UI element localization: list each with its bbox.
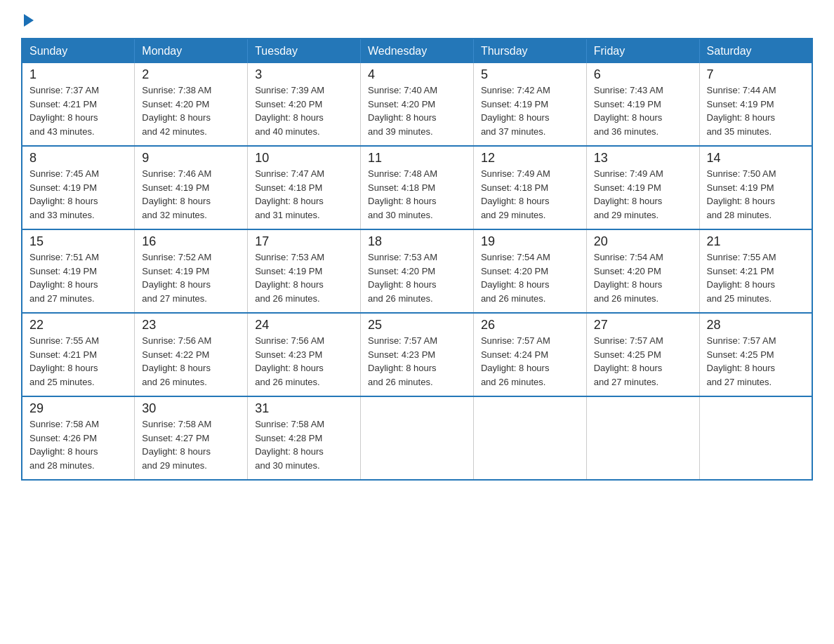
- day-info: Sunrise: 7:57 AMSunset: 4:24 PMDaylight:…: [481, 334, 579, 389]
- calendar-cell: 18 Sunrise: 7:53 AMSunset: 4:20 PMDaylig…: [361, 229, 474, 313]
- day-info: Sunrise: 7:58 AMSunset: 4:27 PMDaylight:…: [142, 417, 240, 472]
- col-header-sunday: Sunday: [22, 39, 135, 63]
- col-header-tuesday: Tuesday: [248, 39, 361, 63]
- calendar-cell: [361, 396, 474, 480]
- day-info: Sunrise: 7:56 AMSunset: 4:23 PMDaylight:…: [255, 334, 353, 389]
- calendar-cell: [473, 396, 586, 480]
- day-number: 3: [255, 67, 353, 82]
- calendar-week-row: 8 Sunrise: 7:45 AMSunset: 4:19 PMDayligh…: [22, 146, 812, 229]
- day-number: 28: [707, 318, 805, 333]
- calendar-cell: 10 Sunrise: 7:47 AMSunset: 4:18 PMDaylig…: [248, 146, 361, 229]
- calendar-week-row: 22 Sunrise: 7:55 AMSunset: 4:21 PMDaylig…: [22, 313, 812, 396]
- day-number: 24: [255, 318, 353, 333]
- day-number: 21: [707, 234, 805, 249]
- day-info: Sunrise: 7:57 AMSunset: 4:25 PMDaylight:…: [707, 334, 805, 389]
- day-number: 26: [481, 318, 579, 333]
- calendar-week-row: 1 Sunrise: 7:37 AMSunset: 4:21 PMDayligh…: [22, 63, 812, 146]
- calendar-week-row: 29 Sunrise: 7:58 AMSunset: 4:26 PMDaylig…: [22, 396, 812, 480]
- day-number: 2: [142, 67, 240, 82]
- calendar-table: SundayMondayTuesdayWednesdayThursdayFrid…: [21, 38, 813, 481]
- day-info: Sunrise: 7:49 AMSunset: 4:19 PMDaylight:…: [594, 167, 692, 222]
- day-info: Sunrise: 7:56 AMSunset: 4:22 PMDaylight:…: [142, 334, 240, 389]
- calendar-cell: 30 Sunrise: 7:58 AMSunset: 4:27 PMDaylig…: [135, 396, 248, 480]
- day-number: 19: [481, 234, 579, 249]
- day-info: Sunrise: 7:52 AMSunset: 4:19 PMDaylight:…: [142, 250, 240, 305]
- calendar-cell: 16 Sunrise: 7:52 AMSunset: 4:19 PMDaylig…: [135, 229, 248, 313]
- calendar-cell: 26 Sunrise: 7:57 AMSunset: 4:24 PMDaylig…: [473, 313, 586, 396]
- calendar-cell: 12 Sunrise: 7:49 AMSunset: 4:18 PMDaylig…: [473, 146, 586, 229]
- day-number: 4: [368, 67, 466, 82]
- calendar-cell: [586, 396, 699, 480]
- calendar-cell: 24 Sunrise: 7:56 AMSunset: 4:23 PMDaylig…: [248, 313, 361, 396]
- day-info: Sunrise: 7:44 AMSunset: 4:19 PMDaylight:…: [707, 83, 805, 138]
- day-info: Sunrise: 7:54 AMSunset: 4:20 PMDaylight:…: [481, 250, 579, 305]
- day-info: Sunrise: 7:37 AMSunset: 4:21 PMDaylight:…: [29, 83, 127, 138]
- calendar-cell: 27 Sunrise: 7:57 AMSunset: 4:25 PMDaylig…: [586, 313, 699, 396]
- day-info: Sunrise: 7:48 AMSunset: 4:18 PMDaylight:…: [368, 167, 466, 222]
- page-header: [21, 14, 813, 27]
- day-number: 8: [29, 151, 127, 166]
- calendar-cell: 17 Sunrise: 7:53 AMSunset: 4:19 PMDaylig…: [248, 229, 361, 313]
- day-number: 5: [481, 67, 579, 82]
- col-header-friday: Friday: [586, 39, 699, 63]
- logo-line1: [21, 14, 34, 27]
- day-info: Sunrise: 7:57 AMSunset: 4:23 PMDaylight:…: [368, 334, 466, 389]
- day-number: 22: [29, 318, 127, 333]
- col-header-wednesday: Wednesday: [361, 39, 474, 63]
- calendar-cell: 7 Sunrise: 7:44 AMSunset: 4:19 PMDayligh…: [699, 63, 812, 146]
- calendar-cell: 1 Sunrise: 7:37 AMSunset: 4:21 PMDayligh…: [22, 63, 135, 146]
- day-number: 27: [594, 318, 692, 333]
- calendar-cell: 11 Sunrise: 7:48 AMSunset: 4:18 PMDaylig…: [361, 146, 474, 229]
- calendar-cell: 9 Sunrise: 7:46 AMSunset: 4:19 PMDayligh…: [135, 146, 248, 229]
- day-info: Sunrise: 7:53 AMSunset: 4:20 PMDaylight:…: [368, 250, 466, 305]
- col-header-saturday: Saturday: [699, 39, 812, 63]
- day-info: Sunrise: 7:55 AMSunset: 4:21 PMDaylight:…: [707, 250, 805, 305]
- calendar-cell: 19 Sunrise: 7:54 AMSunset: 4:20 PMDaylig…: [473, 229, 586, 313]
- calendar-week-row: 15 Sunrise: 7:51 AMSunset: 4:19 PMDaylig…: [22, 229, 812, 313]
- day-info: Sunrise: 7:58 AMSunset: 4:28 PMDaylight:…: [255, 417, 353, 472]
- day-number: 20: [594, 234, 692, 249]
- day-info: Sunrise: 7:50 AMSunset: 4:19 PMDaylight:…: [707, 167, 805, 222]
- day-number: 17: [255, 234, 353, 249]
- calendar-cell: 2 Sunrise: 7:38 AMSunset: 4:20 PMDayligh…: [135, 63, 248, 146]
- calendar-cell: 31 Sunrise: 7:58 AMSunset: 4:28 PMDaylig…: [248, 396, 361, 480]
- calendar-cell: 25 Sunrise: 7:57 AMSunset: 4:23 PMDaylig…: [361, 313, 474, 396]
- col-header-thursday: Thursday: [473, 39, 586, 63]
- day-number: 13: [594, 151, 692, 166]
- day-number: 15: [29, 234, 127, 249]
- day-info: Sunrise: 7:49 AMSunset: 4:18 PMDaylight:…: [481, 167, 579, 222]
- day-number: 9: [142, 151, 240, 166]
- day-number: 14: [707, 151, 805, 166]
- calendar-cell: 20 Sunrise: 7:54 AMSunset: 4:20 PMDaylig…: [586, 229, 699, 313]
- calendar-cell: 21 Sunrise: 7:55 AMSunset: 4:21 PMDaylig…: [699, 229, 812, 313]
- day-number: 1: [29, 67, 127, 82]
- day-info: Sunrise: 7:42 AMSunset: 4:19 PMDaylight:…: [481, 83, 579, 138]
- day-info: Sunrise: 7:47 AMSunset: 4:18 PMDaylight:…: [255, 167, 353, 222]
- day-info: Sunrise: 7:53 AMSunset: 4:19 PMDaylight:…: [255, 250, 353, 305]
- calendar-cell: 13 Sunrise: 7:49 AMSunset: 4:19 PMDaylig…: [586, 146, 699, 229]
- day-info: Sunrise: 7:54 AMSunset: 4:20 PMDaylight:…: [594, 250, 692, 305]
- calendar-cell: 28 Sunrise: 7:57 AMSunset: 4:25 PMDaylig…: [699, 313, 812, 396]
- day-info: Sunrise: 7:38 AMSunset: 4:20 PMDaylight:…: [142, 83, 240, 138]
- day-number: 11: [368, 151, 466, 166]
- calendar-cell: [699, 396, 812, 480]
- logo-triangle-icon: [24, 14, 34, 27]
- calendar-cell: 15 Sunrise: 7:51 AMSunset: 4:19 PMDaylig…: [22, 229, 135, 313]
- calendar-cell: 8 Sunrise: 7:45 AMSunset: 4:19 PMDayligh…: [22, 146, 135, 229]
- day-number: 23: [142, 318, 240, 333]
- day-info: Sunrise: 7:58 AMSunset: 4:26 PMDaylight:…: [29, 417, 127, 472]
- calendar-cell: 23 Sunrise: 7:56 AMSunset: 4:22 PMDaylig…: [135, 313, 248, 396]
- day-number: 10: [255, 151, 353, 166]
- day-number: 30: [142, 401, 240, 416]
- calendar-cell: 6 Sunrise: 7:43 AMSunset: 4:19 PMDayligh…: [586, 63, 699, 146]
- day-info: Sunrise: 7:39 AMSunset: 4:20 PMDaylight:…: [255, 83, 353, 138]
- day-info: Sunrise: 7:46 AMSunset: 4:19 PMDaylight:…: [142, 167, 240, 222]
- calendar-cell: 4 Sunrise: 7:40 AMSunset: 4:20 PMDayligh…: [361, 63, 474, 146]
- day-info: Sunrise: 7:40 AMSunset: 4:20 PMDaylight:…: [368, 83, 466, 138]
- day-info: Sunrise: 7:51 AMSunset: 4:19 PMDaylight:…: [29, 250, 127, 305]
- col-header-monday: Monday: [135, 39, 248, 63]
- day-number: 7: [707, 67, 805, 82]
- day-number: 12: [481, 151, 579, 166]
- day-info: Sunrise: 7:57 AMSunset: 4:25 PMDaylight:…: [594, 334, 692, 389]
- day-number: 29: [29, 401, 127, 416]
